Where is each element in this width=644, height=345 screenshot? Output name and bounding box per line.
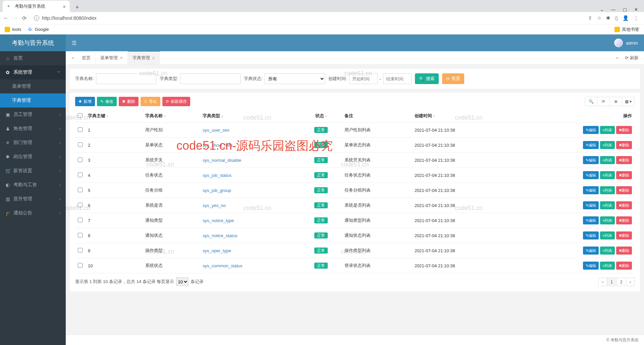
add-button[interactable]: ✚新增 xyxy=(75,97,95,106)
row-list-button[interactable]: ≡列表 xyxy=(600,262,615,270)
info-icon[interactable]: i xyxy=(34,15,39,21)
row-edit-button[interactable]: ✎编辑 xyxy=(583,262,599,270)
puzzle-icon[interactable]: ✱ xyxy=(606,15,610,21)
toolbar-grid-icon[interactable]: ▦ ▾ xyxy=(622,97,635,106)
row-list-button[interactable]: ≡列表 xyxy=(600,126,615,134)
close-icon[interactable]: ⊗ xyxy=(120,56,123,60)
row-delete-button[interactable]: ✖删除 xyxy=(616,201,632,209)
avatar[interactable] xyxy=(614,39,623,47)
th-id[interactable]: 字典主键♦ xyxy=(85,110,143,123)
row-checkbox[interactable] xyxy=(78,127,83,132)
row-edit-button[interactable]: ✎编辑 xyxy=(583,186,599,194)
row-list-button[interactable]: ≡列表 xyxy=(600,171,615,179)
sidebar-item-staff[interactable]: ▣员工管理‹ xyxy=(0,108,66,122)
row-list-button[interactable]: ≡列表 xyxy=(600,141,615,149)
row-delete-button[interactable]: ✖删除 xyxy=(616,216,632,224)
row-delete-button[interactable]: ✖删除 xyxy=(616,141,632,149)
row-edit-button[interactable]: ✎编辑 xyxy=(583,126,599,134)
sidebar-item-role[interactable]: ♟角色管理‹ xyxy=(0,122,66,136)
star-icon[interactable]: ☆ xyxy=(597,15,601,21)
row-checkbox[interactable] xyxy=(78,233,83,237)
chevron-down-icon[interactable]: ⌄ xyxy=(600,7,604,12)
sidebar-item-menu-mgmt[interactable]: 菜单管理 xyxy=(0,79,66,93)
row-edit-button[interactable]: ✎编辑 xyxy=(583,156,599,164)
pager-page-1[interactable]: 1 xyxy=(607,278,616,286)
row-checkbox[interactable] xyxy=(78,188,83,192)
url-input[interactable]: i http://localhost:8080/index xyxy=(31,13,584,23)
row-checkbox[interactable] xyxy=(78,263,83,268)
refresh-button[interactable]: ⟳刷新 xyxy=(625,55,639,61)
pager-prev[interactable]: ‹ xyxy=(598,278,607,286)
toolbar-refresh-icon[interactable]: ⟳ xyxy=(597,97,610,106)
end-time-input[interactable] xyxy=(383,73,412,84)
export-button[interactable]: ⇩导出 xyxy=(141,97,160,106)
dict-name-input[interactable] xyxy=(96,73,156,84)
row-checkbox[interactable] xyxy=(78,157,83,162)
sidebar-item-promotion[interactable]: ▥晋升管理‹ xyxy=(0,192,66,206)
th-time[interactable]: 创建时间♦ xyxy=(412,110,514,123)
row-edit-button[interactable]: ✎编辑 xyxy=(583,216,599,224)
select-all-checkbox[interactable] xyxy=(78,113,83,118)
sidebar-item-notice[interactable]: 🎓通知公告‹ xyxy=(0,206,66,220)
row-list-button[interactable]: ≡列表 xyxy=(600,216,615,224)
row-edit-button[interactable]: ✎编辑 xyxy=(583,141,599,149)
pager-next[interactable]: › xyxy=(626,278,635,286)
row-checkbox[interactable] xyxy=(78,218,83,222)
close-icon[interactable]: ⊗ xyxy=(152,56,155,60)
delete-button[interactable]: ✖删除 xyxy=(119,97,139,106)
browser-tab[interactable]: ✦ 考勤与晋升系统 × xyxy=(3,1,70,12)
sidebar-item-attendance[interactable]: ◐考勤与工资‹ xyxy=(0,178,66,192)
refresh-cache-button[interactable]: ⟳刷新缓存 xyxy=(162,97,190,106)
maximize-icon[interactable]: ▢ xyxy=(623,7,627,12)
row-delete-button[interactable]: ✖删除 xyxy=(616,126,632,134)
reset-button[interactable]: ⟳重置 xyxy=(442,73,464,84)
close-window-icon[interactable]: ✕ xyxy=(634,7,638,12)
cell-type-link[interactable]: sys_yes_no xyxy=(203,203,226,208)
row-edit-button[interactable]: ✎编辑 xyxy=(583,171,599,179)
username[interactable]: admin xyxy=(626,41,638,46)
tab-menu-mgmt[interactable]: 菜单管理⊗ xyxy=(96,52,128,64)
row-delete-button[interactable]: ✖删除 xyxy=(616,156,632,164)
forward-icon[interactable]: → xyxy=(13,15,18,21)
th-name[interactable]: 字典名称♦ xyxy=(143,110,200,123)
cell-type-link[interactable]: sys_notice_status xyxy=(203,233,237,238)
dict-type-input[interactable] xyxy=(180,73,240,84)
sidebar-item-dict-mgmt[interactable]: 字典管理 xyxy=(0,93,66,108)
tab-home[interactable]: 首页 xyxy=(77,52,96,64)
cell-type-link[interactable]: sys_user_sex xyxy=(203,128,229,133)
sidebar-item-salary[interactable]: 🛒薪资设置‹ xyxy=(0,164,66,178)
edit-button[interactable]: ✎修改 xyxy=(97,97,117,106)
pager-page-2[interactable]: 2 xyxy=(616,278,626,286)
sidebar-item-home[interactable]: ⌂首页 xyxy=(0,51,66,65)
menu-icon[interactable]: ⋮ xyxy=(634,15,639,21)
tabs-prev-icon[interactable]: « xyxy=(68,55,77,60)
reload-icon[interactable]: ⟳ xyxy=(22,15,26,21)
tabs-next-icon[interactable]: » xyxy=(613,55,622,60)
sidebar-item-post[interactable]: ✱岗位管理‹ xyxy=(0,150,66,164)
hamburger-icon[interactable]: ☰ xyxy=(66,40,83,46)
page-size-select[interactable]: 10 xyxy=(176,277,189,286)
row-list-button[interactable]: ≡列表 xyxy=(600,201,615,209)
cell-type-link[interactable]: sys_notice_type xyxy=(203,218,234,223)
row-list-button[interactable]: ≡列表 xyxy=(600,186,615,194)
row-list-button[interactable]: ≡列表 xyxy=(600,231,615,239)
cell-type-link[interactable]: sys_show_hide xyxy=(203,143,232,148)
share-icon[interactable]: ⇪ xyxy=(588,15,592,21)
back-icon[interactable]: ← xyxy=(3,15,9,21)
start-time-input[interactable] xyxy=(349,73,378,84)
row-delete-button[interactable]: ✖删除 xyxy=(616,247,632,255)
row-checkbox[interactable] xyxy=(78,203,83,207)
row-delete-button[interactable]: ✖删除 xyxy=(616,186,632,194)
dict-status-select[interactable]: 所有 xyxy=(265,73,325,84)
row-edit-button[interactable]: ✎编辑 xyxy=(583,247,599,255)
row-edit-button[interactable]: ✎编辑 xyxy=(583,201,599,209)
row-checkbox[interactable] xyxy=(78,248,83,253)
minimize-icon[interactable]: — xyxy=(611,7,615,12)
bookmark-google[interactable]: GGoogle xyxy=(27,27,49,32)
row-delete-button[interactable]: ✖删除 xyxy=(616,262,632,270)
toolbar-search-icon[interactable]: 🔍 xyxy=(585,97,597,106)
bookmark-other[interactable]: 其他书签 xyxy=(614,26,639,32)
profile-icon[interactable]: 👤 xyxy=(623,15,629,21)
cell-type-link[interactable]: sys_job_group xyxy=(203,188,231,193)
new-tab-button[interactable]: + xyxy=(72,3,82,12)
